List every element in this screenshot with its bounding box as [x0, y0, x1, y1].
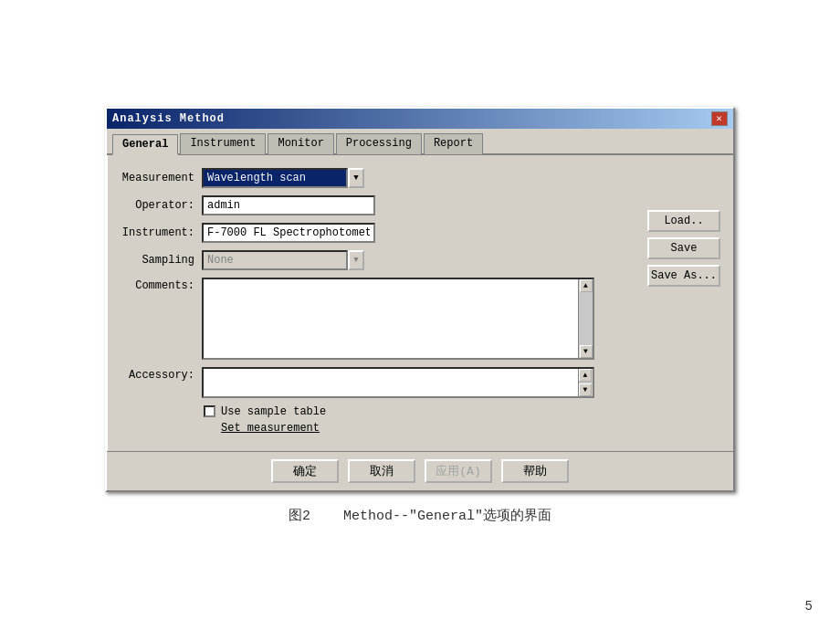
use-sample-table-checkbox[interactable] [204, 405, 215, 417]
caption-text: Method--"General"选项的界面 [343, 509, 551, 524]
instrument-row: Instrument: [120, 223, 633, 243]
scroll-down-btn[interactable]: ▼ [580, 345, 593, 358]
measurement-field[interactable]: Wavelength scan [202, 168, 348, 188]
dialog-body: Load.. Save Save As... Measurement Wavel… [107, 155, 733, 451]
comments-textarea[interactable] [204, 279, 578, 358]
sampling-field[interactable]: None [202, 250, 348, 270]
operator-label: Operator: [120, 199, 202, 212]
tab-monitor[interactable]: Monitor [268, 133, 333, 154]
instrument-input[interactable] [202, 223, 375, 243]
measurement-dropdown-btn[interactable]: ▼ [348, 168, 364, 188]
accessory-label: Accessory: [120, 367, 202, 382]
help-button[interactable]: 帮助 [501, 459, 569, 483]
operator-row: Operator: [120, 195, 633, 215]
caption-prefix: 图2 [289, 509, 310, 524]
accessory-row: Accessory: ▲ ▼ [120, 367, 633, 398]
tab-processing[interactable]: Processing [336, 133, 422, 154]
comments-scrollbar: ▲ ▼ [578, 279, 593, 358]
scroll-track[interactable] [579, 292, 593, 345]
instrument-label: Instrument: [120, 226, 202, 239]
use-sample-table-label: Use sample table [221, 405, 326, 418]
accessory-scrollbar: ▲ ▼ [578, 369, 593, 396]
dialog-window: Analysis Method ✕ General Instrument Mon… [105, 107, 735, 492]
accessory-wrapper: ▲ ▼ [202, 367, 594, 398]
title-bar: Analysis Method ✕ [107, 109, 733, 129]
load-button[interactable]: Load.. [647, 210, 720, 232]
tab-strip: General Instrument Monitor Processing Re… [107, 129, 733, 155]
accessory-scroll-up[interactable]: ▲ [579, 369, 592, 382]
accessory-scroll-down[interactable]: ▼ [579, 383, 592, 396]
sampling-label: Sampling [120, 254, 202, 267]
accessory-content[interactable] [204, 369, 578, 396]
sampling-row: Sampling None ▼ [120, 250, 633, 270]
caption: 图2 Method--"General"选项的界面 [289, 507, 551, 524]
cancel-button[interactable]: 取消 [348, 459, 415, 483]
measurement-dropdown[interactable]: Wavelength scan ▼ [202, 168, 364, 188]
page-wrapper: Analysis Method ✕ General Instrument Mon… [0, 0, 840, 630]
sampling-dropdown-btn[interactable]: ▼ [348, 250, 364, 270]
page-number: 5 [805, 599, 813, 614]
close-button[interactable]: ✕ [711, 111, 728, 126]
ok-button[interactable]: 确定 [271, 459, 339, 483]
tab-general[interactable]: General [112, 134, 178, 155]
apply-button[interactable]: 应用(A) [425, 459, 492, 483]
save-as-button[interactable]: Save As... [647, 265, 720, 287]
bottom-bar: 确定 取消 应用(A) 帮助 [107, 451, 733, 490]
dialog-title: Analysis Method [112, 112, 225, 125]
measurement-label: Measurement [120, 172, 202, 184]
sampling-dropdown[interactable]: None ▼ [202, 250, 364, 270]
comments-row: Comments: ▲ ▼ [120, 278, 633, 360]
save-button[interactable]: Save [647, 237, 720, 259]
tab-instrument[interactable]: Instrument [180, 133, 266, 154]
set-measurement-row: Set measurement [204, 422, 633, 435]
comments-label: Comments: [120, 278, 202, 292]
right-buttons-panel: Load.. Save Save As... [647, 210, 720, 287]
tab-report[interactable]: Report [424, 133, 483, 154]
set-measurement-link[interactable]: Set measurement [221, 422, 320, 435]
scroll-up-btn[interactable]: ▲ [580, 279, 593, 292]
measurement-row: Measurement Wavelength scan ▼ [120, 168, 633, 188]
content-area: Analysis Method ✕ General Instrument Mon… [105, 107, 735, 524]
use-sample-table-row: Use sample table [204, 405, 633, 418]
checkbox-area: Use sample table Set measurement [204, 405, 633, 435]
comments-textarea-wrapper: ▲ ▼ [202, 278, 594, 360]
operator-input[interactable] [202, 195, 375, 215]
